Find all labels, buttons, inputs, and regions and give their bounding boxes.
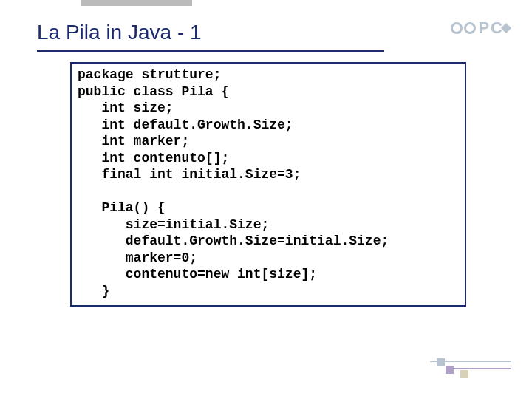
decorative-shadow [81, 0, 192, 6]
slide-title: La Pila in Java - 1 [37, 21, 202, 44]
deco-square-icon [460, 370, 468, 378]
deco-line [452, 368, 511, 369]
logo-ring-icon [451, 22, 463, 34]
logo: P C [451, 18, 510, 38]
logo-diamond-icon [501, 23, 511, 33]
logo-letter-p: P [478, 18, 489, 38]
code-box: package strutture; public class Pila { i… [70, 62, 466, 307]
corner-decoration [430, 341, 511, 378]
deco-square-icon [437, 358, 445, 366]
title-underline [37, 50, 384, 52]
logo-ring-icon [464, 22, 476, 34]
code-content: package strutture; public class Pila { i… [78, 66, 459, 299]
deco-square-icon [446, 366, 454, 374]
